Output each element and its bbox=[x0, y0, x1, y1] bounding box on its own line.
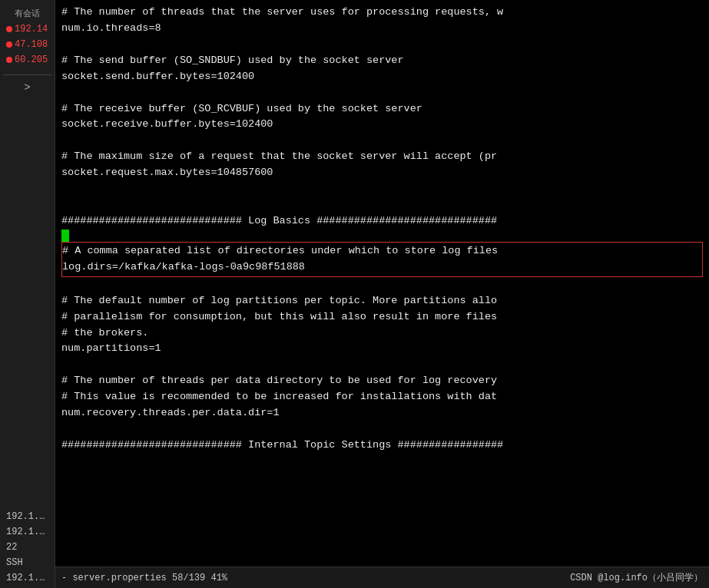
code-line-14: ############################# Log Basics… bbox=[61, 213, 703, 230]
sidebar-divider-1 bbox=[3, 74, 51, 75]
red-dot-2 bbox=[6, 41, 12, 48]
code-line-23: # The number of threads per data directo… bbox=[61, 373, 703, 389]
code-line-20: # the brokers. bbox=[61, 325, 703, 342]
sidebar-header: 有会话 bbox=[3, 6, 51, 21]
code-line-16: log.dirs=/kafka/kafka-logs-0a9c98f51888 bbox=[62, 259, 702, 276]
cursor-block bbox=[61, 230, 69, 242]
sidebar-bottom: 192.1... 192.1... 22 SSH 192.1... bbox=[0, 507, 55, 588]
main-content: # The number of threads that the server … bbox=[55, 0, 709, 588]
code-line-27: ############################# Internal T… bbox=[61, 438, 703, 454]
sidebar-item-2[interactable]: 47.108 bbox=[3, 38, 51, 51]
sidebar-expand-button[interactable]: > bbox=[0, 80, 55, 95]
status-file-info: - server.properties 58/139 41% bbox=[61, 573, 227, 583]
sidebar-ip-3: 60.205 bbox=[15, 55, 48, 65]
code-line-15: # A comma separated list of directories … bbox=[62, 243, 702, 259]
code-line-6 bbox=[61, 85, 703, 101]
red-dot-1 bbox=[6, 26, 12, 32]
code-line-22 bbox=[61, 357, 703, 373]
red-dot-3 bbox=[6, 57, 12, 63]
code-line-4: # The send buffer (SO_SNDBUF) used by th… bbox=[61, 53, 703, 69]
sidebar-ip-1: 192.14 bbox=[15, 24, 48, 35]
code-line-13 bbox=[61, 197, 703, 213]
code-line-10: # The maximum size of a request that the… bbox=[61, 149, 703, 165]
sidebar-bottom-item-5[interactable]: 192.1... bbox=[3, 571, 51, 585]
sidebar-bottom-item-3[interactable]: 22 bbox=[3, 540, 51, 554]
sidebar-ip-2: 47.108 bbox=[15, 39, 48, 50]
code-line-3 bbox=[61, 37, 703, 53]
code-line-cursor bbox=[61, 230, 703, 242]
code-line-5: socket.send.buffer.bytes=102400 bbox=[61, 69, 703, 85]
code-line-11: socket.request.max.bytes=104857600 bbox=[61, 165, 703, 181]
code-line-17 bbox=[61, 277, 703, 293]
highlight-block: # A comma separated list of directories … bbox=[61, 242, 703, 277]
code-line-25: num.recovery.threads.per.data.dir=1 bbox=[61, 405, 703, 421]
code-line-19: # parallelism for consumption, but this … bbox=[61, 309, 703, 325]
code-line-21: num.partitions=1 bbox=[61, 341, 703, 357]
code-line-8: socket.receive.buffer.bytes=102400 bbox=[61, 117, 703, 133]
code-line-18: # The default number of log partitions p… bbox=[61, 293, 703, 309]
sidebar-item-1[interactable]: 192.14 bbox=[3, 22, 51, 36]
sidebar-item-3[interactable]: 60.205 bbox=[3, 53, 51, 67]
sidebar-bottom-item-1[interactable]: 192.1... bbox=[3, 510, 51, 524]
code-line-24: # This value is recommended to be increa… bbox=[61, 389, 703, 405]
sidebar-top: 有会话 192.14 47.108 60.205 bbox=[0, 3, 55, 70]
code-line-12 bbox=[61, 181, 703, 197]
code-area[interactable]: # The number of threads that the server … bbox=[55, 0, 709, 567]
code-line-1: # The number of threads that the server … bbox=[61, 5, 703, 21]
sidebar: 有会话 192.14 47.108 60.205 > 192.1... 192.… bbox=[0, 0, 55, 588]
code-line-2: num.io.threads=8 bbox=[61, 21, 703, 37]
code-line-9 bbox=[61, 133, 703, 149]
code-line-26 bbox=[61, 421, 703, 438]
status-attribution: CSDN @log.info（小吕同学） bbox=[570, 571, 703, 584]
sidebar-bottom-item-2[interactable]: 192.1... bbox=[3, 525, 51, 539]
status-bar: - server.properties 58/139 41% CSDN @log… bbox=[55, 567, 709, 588]
sidebar-bottom-item-4[interactable]: SSH bbox=[3, 556, 51, 570]
code-line-7: # The receive buffer (SO_RCVBUF) used by… bbox=[61, 101, 703, 117]
